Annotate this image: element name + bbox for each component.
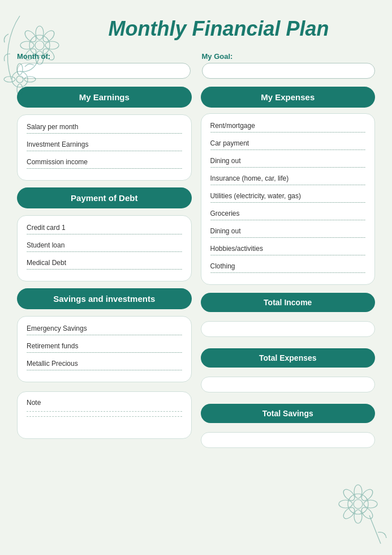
svg-point-20	[339, 500, 352, 508]
goal-input[interactable]	[202, 63, 376, 79]
expense-line-4	[210, 185, 366, 185]
svg-point-21	[364, 500, 377, 508]
svg-point-17	[354, 500, 363, 509]
expense-line-1	[210, 132, 366, 133]
expense-field-2: Car payment	[210, 139, 366, 151]
svg-point-11	[16, 76, 23, 83]
svg-point-5	[45, 41, 59, 49]
expense-field-7: Dining out	[210, 227, 366, 239]
total-expenses-input[interactable]	[201, 377, 376, 392]
savings-field-3: Metallic Precious	[27, 360, 182, 372]
savings-field-2: Retirement funds	[27, 342, 182, 354]
expense-label-4: Insurance (home, car, life)	[210, 174, 366, 182]
svg-point-16	[348, 494, 368, 514]
total-expenses-header: Total Expenses	[201, 348, 376, 368]
svg-point-12	[17, 63, 23, 75]
savings-line-2	[27, 352, 182, 353]
svg-point-14	[4, 76, 15, 82]
earnings-label-2: Investment Earnings	[27, 140, 182, 148]
floral-bottom-right-decoration	[324, 464, 392, 555]
expense-field-6: Groceries	[210, 210, 366, 221]
debt-label-3: Medical Debt	[27, 259, 182, 267]
earnings-field-2: Investment Earnings	[27, 140, 182, 152]
svg-point-2	[36, 26, 44, 40]
svg-point-0	[29, 35, 50, 56]
expense-line-5	[210, 202, 366, 203]
earnings-label-3: Commission income	[27, 158, 182, 166]
expense-field-8: Hobbies/activities	[210, 245, 366, 257]
expense-label-8: Hobbies/activities	[210, 245, 366, 253]
expense-line-3	[210, 167, 366, 168]
savings-line-3	[27, 370, 182, 370]
debt-field-1: Credit card 1	[27, 224, 182, 236]
svg-point-15	[24, 76, 36, 82]
expenses-header: My Expenses	[201, 87, 376, 108]
total-income-header: Total Income	[201, 293, 376, 312]
main-content: My Earnings Salary per month Investment …	[17, 87, 375, 451]
debt-label-1: Credit card 1	[27, 224, 182, 232]
earnings-line-2	[27, 151, 182, 151]
svg-point-4	[20, 41, 34, 49]
expense-label-9: Clothing	[210, 262, 366, 270]
savings-line-1	[27, 335, 182, 335]
goal-label: My Goal:	[202, 52, 376, 61]
savings-label-3: Metallic Precious	[27, 360, 182, 368]
note-box: Note	[17, 391, 192, 439]
earnings-box: Salary per month Investment Earnings Com…	[17, 114, 192, 181]
svg-point-13	[17, 84, 23, 95]
earnings-line-1	[27, 133, 182, 134]
expense-label-1: Rent/mortgage	[210, 122, 366, 130]
debt-line-2	[27, 251, 182, 252]
debt-box: Credit card 1 Student loan Medical Debt	[17, 215, 192, 281]
svg-point-19	[354, 510, 362, 523]
note-label: Note	[27, 399, 182, 407]
earnings-label-1: Salary per month	[27, 123, 182, 131]
expense-field-5: Utilities (electricity, water, gas)	[210, 192, 366, 204]
goal-field: My Goal:	[202, 52, 376, 79]
svg-point-1	[35, 41, 44, 50]
svg-point-18	[354, 485, 362, 498]
debt-line-1	[27, 234, 182, 234]
debt-header: Payment of Debt	[17, 187, 192, 208]
expense-line-6	[210, 220, 366, 220]
expense-label-6: Groceries	[210, 210, 366, 217]
expense-field-3: Dining out	[210, 157, 366, 169]
earnings-field-3: Commission income	[27, 158, 182, 170]
page: Monthly Financial Plan Month of: My Goal…	[0, 0, 392, 555]
debt-line-3	[27, 269, 182, 270]
expense-label-2: Car payment	[210, 139, 366, 147]
note-line-1	[27, 411, 182, 412]
debt-field-3: Medical Debt	[27, 259, 182, 271]
savings-label-1: Emergency Savings	[27, 325, 182, 332]
savings-label-2: Retirement funds	[27, 342, 182, 350]
expense-line-2	[210, 150, 366, 150]
left-column: My Earnings Salary per month Investment …	[17, 87, 192, 439]
note-line-2	[27, 416, 182, 417]
expense-label-3: Dining out	[210, 157, 366, 165]
expense-line-8	[210, 255, 366, 255]
expense-field-1: Rent/mortgage	[210, 122, 366, 134]
expense-label-7: Dining out	[210, 227, 366, 235]
total-savings-input[interactable]	[201, 432, 376, 448]
earnings-field-1: Salary per month	[27, 123, 182, 135]
total-savings-header: Total Savings	[201, 404, 376, 423]
svg-point-10	[12, 71, 28, 87]
savings-header: Savings and investments	[17, 288, 192, 309]
debt-label-2: Student loan	[27, 241, 182, 249]
expense-line-7	[210, 237, 366, 238]
floral-top-left-decoration	[0, 0, 74, 113]
savings-box: Emergency Savings Retirement funds Metal…	[17, 316, 192, 382]
expense-label-5: Utilities (electricity, water, gas)	[210, 192, 366, 200]
savings-field-1: Emergency Savings	[27, 325, 182, 336]
expense-field-4: Insurance (home, car, life)	[210, 174, 366, 186]
expense-field-9: Clothing	[210, 262, 366, 274]
earnings-line-3	[27, 168, 182, 169]
debt-field-2: Student loan	[27, 241, 182, 253]
expenses-box: Rent/mortgage Car payment Dining out Ins…	[201, 113, 376, 285]
total-income-input[interactable]	[201, 321, 376, 337]
right-column: My Expenses Rent/mortgage Car payment Di…	[201, 87, 376, 451]
expense-line-9	[210, 272, 366, 273]
